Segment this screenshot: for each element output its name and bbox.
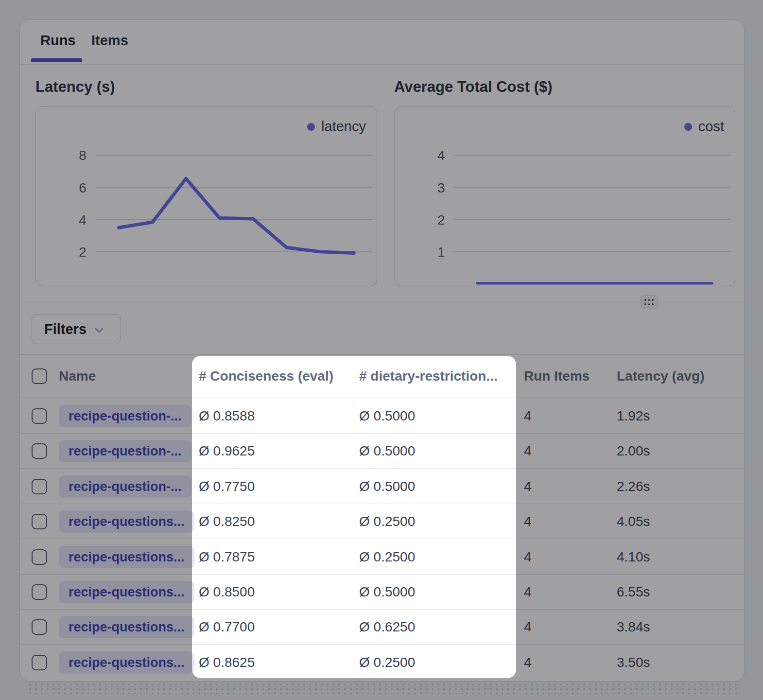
dietary-value: Ø 0.2500 <box>359 655 415 670</box>
run-name-badge[interactable]: recipe-questions... <box>59 616 194 638</box>
run-items-value: 4 <box>524 408 532 424</box>
dietary-value: Ø 0.6250 <box>359 619 415 635</box>
conciseness-value: Ø 0.8625 <box>199 655 255 670</box>
table-header: Name # Conciseness (eval) # dietary-rest… <box>20 354 744 398</box>
table-row: recipe-questions... Ø 0.7700 Ø 0.6250 4 … <box>20 610 744 645</box>
svg-text:4: 4 <box>437 148 445 163</box>
table-row: recipe-questions... Ø 0.7875 Ø 0.2500 4 … <box>20 540 744 575</box>
row-checkbox[interactable] <box>32 549 47 565</box>
run-items-value: 4 <box>524 479 532 494</box>
filters-button-label: Filters <box>44 321 87 337</box>
app-card: Runs Items Latency (s) Average Total Cos… <box>19 19 745 682</box>
run-items-value: 4 <box>524 584 532 600</box>
tabs-divider <box>20 64 744 65</box>
conciseness-value: Ø 0.8250 <box>199 514 255 529</box>
column-header-run-items: Run Items <box>524 368 590 384</box>
table-row: recipe-questions... Ø 0.8625 Ø 0.2500 4 … <box>20 645 744 680</box>
column-header-conciseness: # Conciseness (eval) <box>199 368 333 384</box>
run-name-badge[interactable]: recipe-questions... <box>59 510 194 533</box>
conciseness-value: Ø 0.8588 <box>199 408 255 424</box>
table-row: recipe-question-... Ø 0.8588 Ø 0.5000 4 … <box>20 399 744 434</box>
run-items-value: 4 <box>524 619 532 635</box>
column-header-dietary: # dietary-restriction... <box>359 368 498 384</box>
conciseness-value: Ø 0.9625 <box>199 443 255 459</box>
conciseness-value: Ø 0.7750 <box>199 479 255 494</box>
table-row: recipe-questions... Ø 0.8250 Ø 0.2500 4 … <box>20 504 744 539</box>
dietary-value: Ø 0.5000 <box>359 443 415 459</box>
dietary-value: Ø 0.2500 <box>359 549 415 565</box>
section-divider <box>20 302 744 302</box>
table-row: recipe-question-... Ø 0.9625 Ø 0.5000 4 … <box>20 434 744 469</box>
svg-text:1: 1 <box>437 245 445 260</box>
latency-value: 1.92s <box>617 408 650 424</box>
run-name-badge[interactable]: recipe-questions... <box>59 651 194 674</box>
dietary-value: Ø 0.5000 <box>359 479 415 494</box>
legend-dot <box>684 123 692 131</box>
svg-text:3: 3 <box>437 180 445 195</box>
run-name-badge[interactable]: recipe-questions... <box>59 581 194 603</box>
page-background: Runs Items Latency (s) Average Total Cos… <box>0 0 763 700</box>
chevron-down-icon <box>93 324 105 336</box>
latency-chart-title: Latency (s) <box>35 78 115 96</box>
run-name-badge[interactable]: recipe-questions... <box>59 546 194 568</box>
cost-legend: cost <box>684 119 724 135</box>
active-tab-underline <box>31 58 82 62</box>
latency-value: 2.00s <box>617 443 650 459</box>
dietary-value: Ø 0.5000 <box>359 408 415 424</box>
run-items-value: 4 <box>524 549 532 565</box>
cost-chart-title: Average Total Cost ($) <box>394 78 553 96</box>
latency-value: 2.26s <box>617 479 650 494</box>
run-name-badge[interactable]: recipe-question-... <box>59 405 191 427</box>
conciseness-value: Ø 0.8500 <box>199 584 255 600</box>
dotted-texture <box>27 682 738 697</box>
svg-text:4: 4 <box>79 212 87 228</box>
row-checkbox[interactable] <box>32 514 47 529</box>
latency-chart-panel: 8642 latency <box>35 106 377 286</box>
panel-resize-handle[interactable] <box>640 295 658 309</box>
table-row: recipe-questions... Ø 0.8500 Ø 0.5000 4 … <box>20 575 744 610</box>
row-checkbox[interactable] <box>32 655 47 670</box>
run-name-badge[interactable]: recipe-question-... <box>59 440 191 462</box>
run-items-value: 4 <box>524 443 532 459</box>
run-name-badge[interactable]: recipe-question-... <box>59 475 191 498</box>
run-items-value: 4 <box>524 655 532 670</box>
run-items-value: 4 <box>524 514 532 529</box>
latency-value: 4.10s <box>617 549 650 565</box>
column-header-name: Name <box>59 368 96 384</box>
legend-label: latency <box>321 119 366 135</box>
dietary-value: Ø 0.2500 <box>359 514 415 529</box>
row-checkbox[interactable] <box>32 443 47 459</box>
conciseness-value: Ø 0.7700 <box>199 619 255 635</box>
select-all-checkbox[interactable] <box>32 368 47 384</box>
filters-button[interactable]: Filters <box>32 314 121 344</box>
conciseness-value: Ø 0.7875 <box>199 549 255 565</box>
legend-dot <box>307 123 315 131</box>
column-header-latency: Latency (avg) <box>617 368 705 384</box>
row-checkbox[interactable] <box>32 584 47 600</box>
svg-text:2: 2 <box>437 212 445 228</box>
svg-text:2: 2 <box>79 245 87 260</box>
latency-value: 3.50s <box>617 655 650 670</box>
legend-label: cost <box>698 119 724 135</box>
table-row: recipe-question-... Ø 0.7750 Ø 0.5000 4 … <box>20 469 744 504</box>
svg-text:8: 8 <box>79 148 87 163</box>
tab-runs[interactable]: Runs <box>40 33 76 49</box>
latency-value: 4.05s <box>617 514 650 529</box>
row-checkbox[interactable] <box>32 479 47 494</box>
svg-text:6: 6 <box>79 180 87 195</box>
latency-value: 3.84s <box>617 619 650 635</box>
dietary-value: Ø 0.5000 <box>359 584 415 600</box>
row-checkbox[interactable] <box>32 619 47 635</box>
tab-items[interactable]: Items <box>91 33 128 49</box>
cost-chart-panel: 4321 cost <box>394 106 735 286</box>
row-checkbox[interactable] <box>32 408 47 424</box>
latency-legend: latency <box>307 119 366 135</box>
latency-value: 6.55s <box>617 584 650 600</box>
